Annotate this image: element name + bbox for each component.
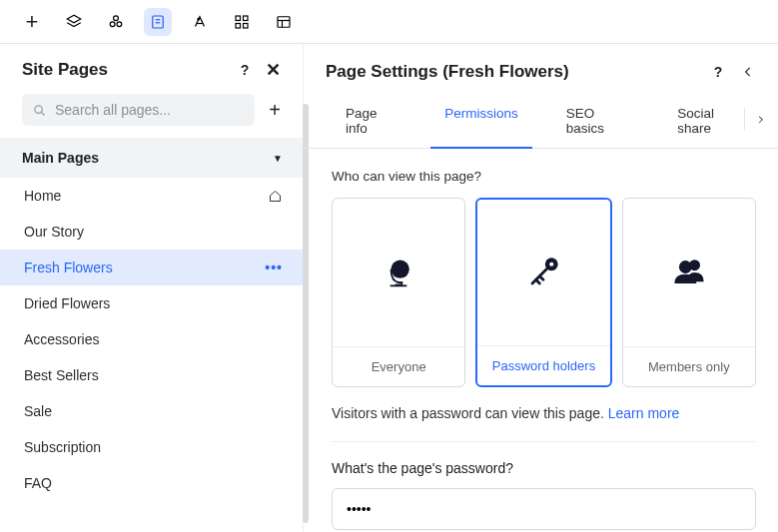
tab-permissions[interactable]: Permissions xyxy=(430,96,532,149)
page-item-our-story[interactable]: Our Story xyxy=(0,214,303,250)
svg-line-22 xyxy=(536,279,540,283)
page-item-home[interactable]: Home xyxy=(0,178,303,214)
home-icon xyxy=(268,189,283,204)
option-label: Everyone xyxy=(333,346,464,386)
cms-icon[interactable] xyxy=(270,8,298,36)
divider xyxy=(332,441,756,442)
help-icon[interactable]: ? xyxy=(708,62,728,82)
tab-seo-basics[interactable]: SEO basics xyxy=(552,96,643,148)
svg-point-17 xyxy=(391,261,409,278)
page-label: Sale xyxy=(24,403,52,419)
permission-description: Visitors with a password can view this p… xyxy=(332,405,756,421)
pages-list: Home Our Story Fresh Flowers ••• Dried F… xyxy=(0,178,303,532)
permission-options: Everyone Password holders Members only xyxy=(332,198,756,387)
chevron-down-icon: ▼ xyxy=(273,153,283,164)
svg-point-15 xyxy=(35,105,43,113)
site-pages-header: Site Pages ? ✕ xyxy=(0,44,303,94)
layers-icon[interactable] xyxy=(60,8,88,36)
page-label: Dried Flowers xyxy=(24,295,110,311)
password-label: What's the page's password? xyxy=(332,460,756,476)
svg-rect-4 xyxy=(153,16,164,28)
option-password-holders[interactable]: Password holders xyxy=(475,198,611,387)
page-item-faq[interactable]: FAQ xyxy=(0,465,303,501)
svg-rect-12 xyxy=(278,16,290,27)
tab-page-info[interactable]: Page info xyxy=(332,96,410,148)
page-label: FAQ xyxy=(24,475,52,491)
page-label: Fresh Flowers xyxy=(24,260,113,275)
page-item-sale[interactable]: Sale xyxy=(0,393,303,429)
page-label: Accessories xyxy=(24,331,99,347)
page-label: Home xyxy=(24,188,61,204)
permissions-content: Who can view this page? Everyone Passwor… xyxy=(304,149,778,532)
search-row: + xyxy=(0,94,303,138)
design-icon[interactable] xyxy=(186,8,214,36)
site-pages-panel: Site Pages ? ✕ + Main Pages ▼ Home Our S… xyxy=(0,44,304,532)
search-icon xyxy=(32,103,47,118)
option-everyone[interactable]: Everyone xyxy=(332,198,465,387)
add-page-button[interactable]: + xyxy=(265,99,285,122)
option-label: Password holders xyxy=(477,345,609,385)
settings-tabs: Page info Permissions SEO basics Social … xyxy=(304,96,778,149)
site-pages-title: Site Pages xyxy=(22,60,108,80)
search-input[interactable] xyxy=(55,102,245,118)
svg-point-2 xyxy=(110,21,115,26)
page-settings-title: Page Settings (Fresh Flowers) xyxy=(326,62,569,82)
option-label: Members only xyxy=(623,346,755,386)
editor-toolbar: + xyxy=(0,0,778,44)
page-item-dried-flowers[interactable]: Dried Flowers xyxy=(0,285,303,321)
page-label: Our Story xyxy=(24,224,84,240)
svg-rect-9 xyxy=(244,16,249,21)
page-item-accessories[interactable]: Accessories xyxy=(0,321,303,357)
view-permission-label: Who can view this page? xyxy=(332,169,756,184)
svg-point-3 xyxy=(117,21,122,26)
search-box[interactable] xyxy=(22,94,255,126)
page-label: Subscription xyxy=(24,439,101,455)
tabs-scroll-right-icon[interactable] xyxy=(744,109,766,131)
password-input[interactable] xyxy=(332,488,756,530)
members-icon xyxy=(623,199,755,346)
key-icon xyxy=(477,200,609,345)
add-icon[interactable]: + xyxy=(18,8,46,36)
page-settings-panel: Page Settings (Fresh Flowers) ? Page inf… xyxy=(304,44,778,532)
page-settings-header: Page Settings (Fresh Flowers) ? xyxy=(304,44,778,96)
globe-icon xyxy=(333,199,464,346)
page-item-subscription[interactable]: Subscription xyxy=(0,429,303,465)
svg-rect-10 xyxy=(236,23,241,28)
svg-line-23 xyxy=(540,276,544,280)
svg-rect-8 xyxy=(236,16,241,21)
svg-rect-11 xyxy=(244,23,249,28)
pages-icon[interactable] xyxy=(144,8,172,36)
section-label: Main Pages xyxy=(22,150,99,166)
main-pages-section[interactable]: Main Pages ▼ xyxy=(0,138,303,178)
svg-marker-0 xyxy=(67,15,81,23)
more-icon[interactable]: ••• xyxy=(265,260,283,275)
svg-point-25 xyxy=(689,260,700,270)
close-icon[interactable]: ✕ xyxy=(263,60,283,80)
svg-line-16 xyxy=(41,112,44,115)
scrollbar[interactable] xyxy=(303,104,309,523)
help-icon[interactable]: ? xyxy=(235,60,255,80)
learn-more-link[interactable]: Learn more xyxy=(608,405,680,421)
collapse-icon[interactable] xyxy=(738,62,758,82)
svg-point-1 xyxy=(114,15,119,20)
main-area: Site Pages ? ✕ + Main Pages ▼ Home Our S… xyxy=(0,44,778,532)
svg-point-20 xyxy=(550,263,554,266)
collections-icon[interactable] xyxy=(102,8,130,36)
page-item-fresh-flowers[interactable]: Fresh Flowers ••• xyxy=(0,250,303,285)
apps-icon[interactable] xyxy=(228,8,256,36)
page-item-best-sellers[interactable]: Best Sellers xyxy=(0,357,303,393)
option-members-only[interactable]: Members only xyxy=(622,198,756,387)
page-label: Best Sellers xyxy=(24,367,99,383)
